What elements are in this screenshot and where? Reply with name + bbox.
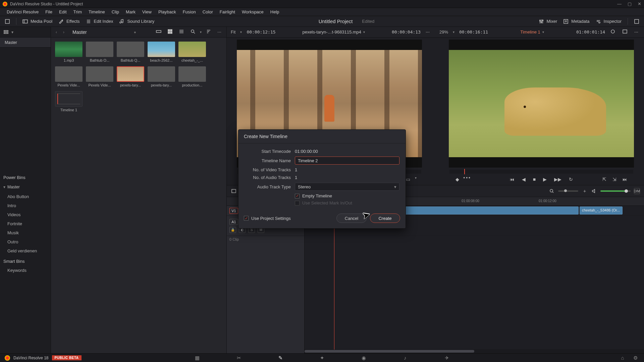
page-fairlight-icon[interactable]: ♪ (401, 355, 409, 361)
bin-geld[interactable]: Geld verdienen (0, 246, 51, 255)
source-fit[interactable]: Fit (231, 29, 235, 35)
menu-help[interactable]: Help (267, 8, 283, 16)
timeline-zoom[interactable]: 29% (439, 29, 448, 35)
dim-button[interactable]: DIM (634, 188, 640, 194)
menu-edit[interactable]: Edit (56, 8, 70, 16)
mixer-button[interactable]: Mixer (539, 19, 557, 24)
a1-label[interactable]: A1 (229, 219, 238, 225)
page-cut-icon[interactable]: ✂ (235, 355, 243, 361)
fullscreen-icon[interactable] (5, 19, 10, 24)
page-fusion-icon[interactable]: ✦ (318, 355, 326, 361)
media-thumb[interactable]: beach-2562... (148, 42, 175, 62)
timeline-scrubbar[interactable] (449, 170, 633, 174)
page-edit-icon[interactable]: ✎ (276, 355, 284, 361)
media-thumb[interactable]: pexels-tary... (148, 66, 175, 87)
clip-3[interactable]: cheetah_-_53486 (Or... (580, 206, 623, 215)
tl-next-frame[interactable]: ▶▶ (553, 176, 563, 183)
bypass-icon[interactable] (608, 29, 617, 35)
menu-davinci[interactable]: DaVinci Resolve (3, 8, 42, 16)
media-pool-button[interactable]: Media Pool (22, 19, 52, 24)
project-settings-icon[interactable]: ⚙ (631, 355, 639, 361)
tl-prev-frame[interactable]: ◀ (521, 176, 527, 183)
page-media-icon[interactable]: ▦ (193, 355, 201, 361)
tl-stop[interactable]: ■ (532, 176, 537, 183)
single-viewer-icon[interactable] (621, 29, 629, 35)
bin-intro[interactable]: Intro (0, 201, 51, 210)
bin-outro[interactable]: Outro (0, 237, 51, 246)
menu-fusion[interactable]: Fusion (179, 8, 199, 16)
page-deliver-icon[interactable]: ✈ (443, 355, 451, 361)
menu-file[interactable]: File (42, 8, 56, 16)
inspector-button[interactable]: Inspector (596, 19, 622, 24)
more-icon[interactable]: ⋯ (216, 30, 223, 35)
menu-color[interactable]: Color (199, 8, 216, 16)
media-thumb[interactable]: Bathtub Q... (117, 42, 144, 62)
tl-first-frame[interactable]: ⏮ (508, 176, 516, 183)
tl-out-icon[interactable]: ⇱ (601, 176, 608, 183)
tl-play[interactable]: ▶ (542, 176, 548, 183)
media-thumb[interactable]: Pexels Vide... (55, 66, 83, 87)
menu-trim[interactable]: Trim (70, 8, 86, 16)
v1-label[interactable]: V1 (229, 208, 238, 214)
timeline-name-input[interactable] (295, 157, 399, 165)
tl-options-icon[interactable] (231, 188, 237, 194)
menu-workspace[interactable]: Workspace (238, 8, 267, 16)
minimize-button[interactable]: — (617, 1, 622, 6)
source-clip-name[interactable]: pexels-taryn-…t-9683115.mp4 (302, 29, 365, 35)
create-button[interactable]: Create (370, 214, 400, 223)
zoom-in-icon[interactable]: + (582, 188, 588, 194)
menu-clip[interactable]: Clip (108, 8, 122, 16)
audio-type-select[interactable]: Stereo▾ (295, 183, 399, 191)
master-tab[interactable]: Master (0, 38, 51, 48)
volume-slider[interactable] (600, 190, 631, 192)
media-thumb[interactable]: cheetah_-_... (178, 42, 206, 62)
search-icon[interactable] (189, 29, 197, 35)
volume-icon[interactable] (591, 188, 597, 194)
sort-icon[interactable] (204, 29, 213, 35)
media-thumb[interactable]: Pexels Vide... (86, 66, 113, 87)
use-project-settings-check[interactable]: ✓ Use Project Settings (244, 216, 291, 221)
expand-icon[interactable] (634, 19, 639, 24)
timeline-name-dropdown[interactable]: Timeline 1 (520, 29, 544, 35)
media-thumb[interactable]: Timeline 1 (55, 91, 83, 112)
power-bins-master[interactable]: ▾ Master (0, 182, 51, 192)
zoom-search-icon[interactable] (549, 188, 555, 194)
effects-button[interactable]: Effects (58, 19, 80, 24)
metadata-button[interactable]: Metadata (563, 19, 589, 24)
media-thumb[interactable]: production... (178, 66, 206, 87)
menu-playback[interactable]: Playback (155, 8, 179, 16)
bin-keywords[interactable]: Keywords (0, 266, 51, 275)
sound-library-button[interactable]: Sound Library (119, 19, 154, 24)
menu-view[interactable]: View (139, 8, 155, 16)
cancel-button[interactable]: Cancel (336, 214, 367, 223)
maximize-button[interactable]: ▢ (628, 1, 632, 6)
home-icon[interactable]: ⌂ (619, 355, 627, 361)
close-button[interactable]: ✕ (638, 1, 641, 6)
menu-timeline[interactable]: Timeline (85, 8, 108, 16)
bin-list-icon[interactable] (3, 30, 9, 35)
tl-goto-end[interactable]: ⇲ (611, 176, 618, 183)
edit-index-button[interactable]: Edit Index (86, 19, 113, 24)
view-strip-icon[interactable] (154, 29, 163, 35)
a1-lock-icon[interactable]: 🔒 (229, 227, 236, 233)
page-color-icon[interactable]: ◉ (360, 355, 368, 361)
tl-last-icon[interactable]: ⏭ (621, 176, 629, 183)
audio-tracks-field[interactable]: 1 (295, 175, 399, 180)
bin-musik[interactable]: Musik (0, 228, 51, 237)
tl-loop[interactable]: ↻ (568, 176, 574, 183)
view-list-icon[interactable] (177, 29, 186, 35)
timeline-hscroll[interactable] (305, 349, 644, 353)
empty-timeline-check[interactable]: ✓ Empty Timeline (295, 193, 399, 198)
media-thumb[interactable]: 1.mp3 (55, 42, 83, 62)
view-grid-icon[interactable] (166, 29, 174, 35)
bin-videos[interactable]: Videos (0, 210, 51, 219)
timeline-more-icon[interactable]: ⋯ (633, 30, 640, 35)
tl-markers-icon[interactable]: ◆ (454, 176, 461, 183)
bin-abo-button[interactable]: Abo Button (0, 192, 51, 201)
start-tc-field[interactable]: 01:00:00:00 (295, 149, 399, 154)
menu-mark[interactable]: Mark (122, 8, 139, 16)
source-more-icon[interactable]: ⋯ (424, 30, 431, 35)
media-thumb[interactable]: pexels-tary... (117, 66, 144, 87)
menu-fairlight[interactable]: Fairlight (216, 8, 238, 16)
bin-fortnite[interactable]: Fortnite (0, 219, 51, 228)
